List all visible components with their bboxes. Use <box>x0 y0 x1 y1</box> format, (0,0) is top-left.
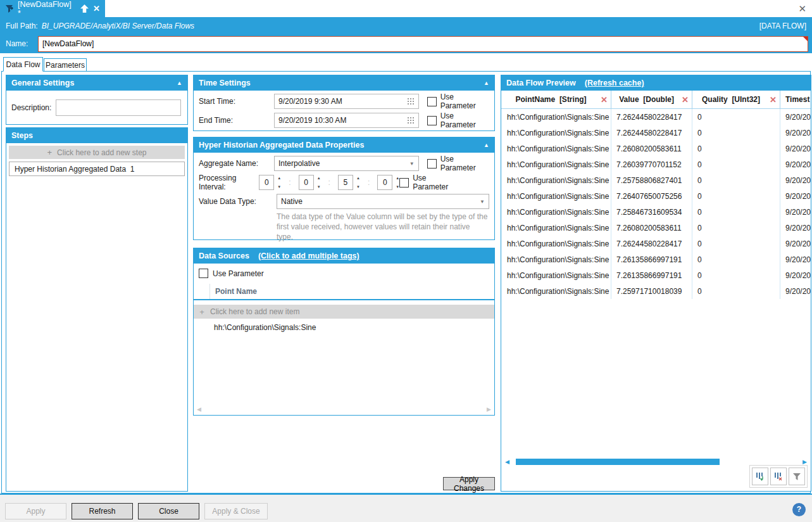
table-row[interactable]: hh:\Configuration\Signals:Sine7.26244580… <box>501 109 811 125</box>
spinner-arrows-icon[interactable]: ▲▼ <box>314 175 321 189</box>
horizontal-scrollbar[interactable]: ◀ ▶ <box>197 405 491 413</box>
column-header-pointname[interactable]: PointName [String] ✕ <box>501 91 611 108</box>
general-settings-body: Description: <box>6 91 187 124</box>
steps-title: Steps <box>11 131 33 140</box>
table-row[interactable]: hh:\Configuration\Signals:Sine7.26080200… <box>501 141 811 156</box>
scroll-left-icon[interactable]: ◀ <box>505 459 509 465</box>
hh-properties-title: Hyper Historian Aggregated Data Properti… <box>199 141 364 150</box>
data-sources-header: Data Sources (Click to add multiple tags… <box>194 248 494 264</box>
refresh-cache-link[interactable]: (Refresh cache) <box>585 79 644 87</box>
scroll-right-icon[interactable]: ▶ <box>803 459 807 465</box>
tab-close-icon[interactable]: ✕ <box>93 4 100 13</box>
spinner-arrows-icon[interactable]: ▲▼ <box>392 175 399 189</box>
cell-timestamp: 9/20/20 <box>780 156 811 172</box>
time-settings-header: Time Settings ▲ <box>194 75 494 91</box>
end-time-input[interactable]: 9/20/2019 10:30 AM <box>274 113 419 128</box>
table-row[interactable]: hh:\Configuration\Signals:Sine7.26135866… <box>501 251 811 267</box>
scrollbar-thumb[interactable] <box>516 459 720 465</box>
cell-timestamp: 9/20/20 <box>780 220 811 236</box>
collapse-icon[interactable]: ▲ <box>177 80 182 86</box>
cell-timestamp: 9/20/20 <box>780 141 811 156</box>
add-item-button[interactable]: + Click here to add new item <box>194 305 494 319</box>
dataflow-icon <box>5 4 13 13</box>
use-parameter-checkbox[interactable] <box>427 116 437 125</box>
cell-value: 7.26080200583611 <box>611 141 692 156</box>
window-close-icon[interactable]: ✕ <box>798 3 806 15</box>
use-parameter-checkbox[interactable] <box>399 178 409 188</box>
column-header-timestamp[interactable]: Timest <box>780 91 811 108</box>
description-input[interactable] <box>56 99 181 116</box>
aggregate-use-parameter: Use Parameter <box>427 155 489 172</box>
interval-seconds-spinner[interactable]: 0 ▲▼ <box>377 175 399 190</box>
name-input[interactable] <box>38 36 808 52</box>
cell-quality: 0 <box>692 125 780 141</box>
cell-point: hh:\Configuration\Signals:Sine <box>501 172 611 188</box>
use-parameter-checkbox[interactable] <box>199 269 208 278</box>
plus-icon: + <box>47 148 52 157</box>
use-parameter-checkbox[interactable] <box>427 159 437 169</box>
column-header-quality[interactable]: Quality [UInt32] ✕ <box>692 91 780 108</box>
start-time-input[interactable]: 9/20/2019 9:30 AM <box>274 94 419 109</box>
processing-interval-row: Processing Interval: 0 ▲▼ : 0 ▲▼ : 5 ▲▼ … <box>199 174 489 191</box>
remove-column-icon[interactable]: ✕ <box>770 95 777 105</box>
cell-quality: 0 <box>692 141 780 156</box>
value-data-type-select[interactable]: Native ▼ <box>277 194 489 209</box>
interval-hours-spinner[interactable]: 0 ▲▼ <box>299 175 321 190</box>
column-header-value[interactable]: Value [Double] ✕ <box>611 91 692 108</box>
table-row[interactable]: hh:\Configuration\Signals:Sine7.26135866… <box>501 267 811 283</box>
table-row[interactable]: hh:\Configuration\Signals:Sine7.26407650… <box>501 188 811 204</box>
refresh-button[interactable]: Refresh <box>72 503 133 519</box>
value-data-type-row: Value Data Type: Native ▼ <box>199 193 489 210</box>
interval-minutes-spinner[interactable]: 5 ▲▼ <box>338 175 360 190</box>
add-step-button[interactable]: + Click here to add new step <box>9 146 185 159</box>
add-multiple-tags-link[interactable]: (Click to add multiple tags) <box>258 251 359 260</box>
cell-value: 7.26080200583611 <box>611 220 692 236</box>
preview-rows: hh:\Configuration\Signals:Sine7.26244580… <box>501 109 811 299</box>
remove-column-icon[interactable]: ✕ <box>601 95 608 105</box>
filter-button[interactable] <box>789 468 805 485</box>
cell-point: hh:\Configuration\Signals:Sine <box>501 283 611 299</box>
spinner-arrows-icon[interactable]: ▲▼ <box>274 175 281 189</box>
cell-quality: 0 <box>692 204 780 220</box>
spinner-arrows-icon[interactable]: ▲▼ <box>353 175 360 189</box>
collapse-icon[interactable]: ▲ <box>484 142 489 148</box>
close-button[interactable]: Close <box>138 503 199 519</box>
interval-use-parameter: Use Parameter <box>399 174 449 191</box>
append-rows-button[interactable] <box>752 468 768 485</box>
apply-and-close-button[interactable]: Apply & Close <box>204 503 268 519</box>
table-row[interactable]: hh:\Configuration\Signals:Sine7.26244580… <box>501 125 811 141</box>
tab-data-flow[interactable]: Data Flow <box>3 57 43 72</box>
cell-point: hh:\Configuration\Signals:Sine <box>501 251 611 267</box>
dataflow-editor-window: [NewDataFlow] * ✕ ✕ Full Path: BI_UPGRAD… <box>0 0 812 522</box>
cell-timestamp: 9/20/20 <box>780 204 811 220</box>
table-row[interactable]: hh:\Configuration\Signals:Sine7.26080200… <box>501 220 811 236</box>
datetime-picker-icon[interactable] <box>408 98 415 105</box>
scroll-left-icon[interactable]: ◀ <box>197 406 201 412</box>
append-rows-icon <box>756 472 765 481</box>
datetime-picker-icon[interactable] <box>408 117 415 124</box>
table-row[interactable]: hh:\Configuration\Signals:Sine7.25846731… <box>501 204 811 220</box>
cell-timestamp: 9/20/20 <box>780 267 811 283</box>
use-parameter-checkbox[interactable] <box>427 97 437 106</box>
table-row[interactable]: hh:\Configuration\Signals:Sine7.25758806… <box>501 172 811 188</box>
step-item[interactable]: Hyper Historian Aggregated Data 1 <box>9 162 185 176</box>
clear-rows-button[interactable] <box>770 468 787 485</box>
table-row[interactable]: hh:\Configuration\Signals:Sine7.26039770… <box>501 156 811 172</box>
interval-days-spinner[interactable]: 0 ▲▼ <box>259 175 281 190</box>
document-tab[interactable]: [NewDataFlow] * ✕ <box>0 0 105 17</box>
collapse-icon[interactable]: ▲ <box>484 80 489 86</box>
full-path-label: Full Path: <box>6 22 38 30</box>
apply-changes-button[interactable]: Apply Changes <box>443 477 495 490</box>
apply-button[interactable]: Apply <box>5 503 66 519</box>
hh-properties-panel: Hyper Historian Aggregated Data Properti… <box>193 137 495 240</box>
help-icon[interactable]: ? <box>792 503 806 516</box>
table-row[interactable]: hh:\Configuration\Signals:Sine7.25971710… <box>501 283 811 299</box>
aggregate-name-select[interactable]: Interpolative ▼ <box>274 156 419 171</box>
remove-column-icon[interactable]: ✕ <box>682 95 689 105</box>
data-source-item[interactable]: hh:\Configuration\Signals:Sine <box>194 320 494 334</box>
promote-icon[interactable] <box>80 4 89 13</box>
name-row: Name: <box>0 34 812 53</box>
table-row[interactable]: hh:\Configuration\Signals:Sine7.26244580… <box>501 236 811 251</box>
scroll-right-icon[interactable]: ▶ <box>487 406 491 412</box>
tab-parameters[interactable]: Parameters <box>44 58 87 71</box>
